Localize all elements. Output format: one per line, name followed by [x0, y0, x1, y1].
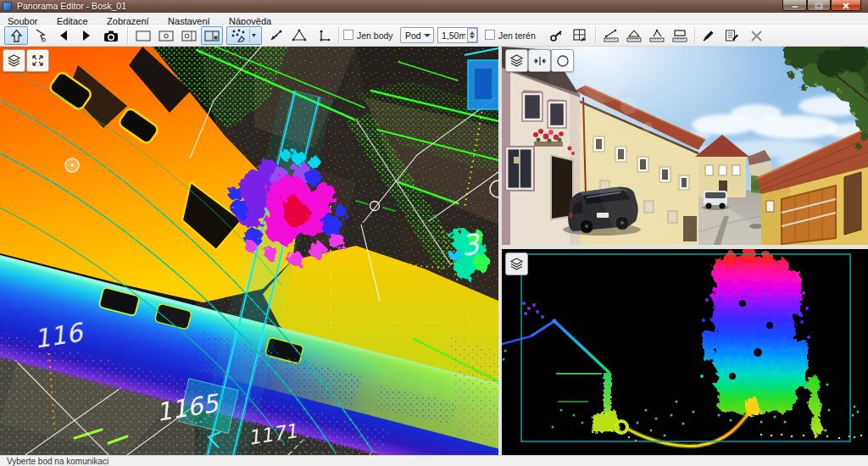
layout-pano-icon	[159, 31, 174, 42]
jen-body-label: Jen body	[357, 31, 393, 41]
layers-button[interactable]	[3, 49, 25, 72]
distance-spinner[interactable]	[467, 28, 477, 42]
snapshot-button[interactable]	[99, 26, 123, 45]
jen-teren-checkbox[interactable]	[485, 30, 495, 40]
measure-height-button[interactable]	[646, 26, 667, 45]
x-icon	[750, 30, 763, 42]
panorama-photo-view[interactable]	[502, 47, 868, 245]
delete-measure-button[interactable]	[746, 26, 766, 45]
application-window: Panorama Editor - Bosk_01 Soubor Editace…	[0, 0, 868, 466]
right-triangle-icon	[81, 30, 92, 42]
vector-tool-button[interactable]	[264, 26, 287, 45]
layout-single-button[interactable]	[132, 26, 153, 45]
layout-pano-side-button[interactable]	[178, 26, 199, 45]
window-title: Panorama Editor - Bosk_01	[17, 1, 126, 11]
pointcloud-top-view[interactable]: 116 1165 1171 3	[0, 47, 498, 455]
measure-area-button[interactable]	[669, 26, 690, 45]
vector-arrow-icon	[269, 29, 283, 42]
fit-view-button[interactable]	[26, 49, 49, 72]
left-triangle-icon	[58, 30, 70, 42]
elev-layers-button[interactable]	[505, 252, 528, 275]
toolbar: Jen body Pod Jen terén	[0, 25, 868, 47]
grid-select-tool-button[interactable]	[570, 26, 591, 45]
title-bar: Panorama Editor - Bosk_01	[0, 0, 868, 13]
layout-single-icon	[136, 31, 151, 42]
close-icon	[842, 3, 850, 9]
pod-dropdown-value: Pod	[405, 31, 421, 41]
spinner-up-icon	[470, 31, 475, 35]
toolbar-separator	[595, 27, 597, 44]
close-button[interactable]	[831, 0, 861, 11]
pod-dropdown[interactable]: Pod	[400, 27, 434, 43]
key-icon	[549, 29, 564, 42]
ruler-area-icon	[672, 29, 687, 42]
ruler-angle-icon	[626, 29, 642, 42]
toolbar-separator	[338, 27, 340, 44]
layers-icon	[509, 53, 524, 68]
menu-bar: Soubor Editace Zobrazení Nastavení Nápov…	[0, 13, 868, 25]
measure-distance-button[interactable]	[600, 26, 621, 45]
layout-pano-side-icon	[181, 31, 197, 42]
minimize-button[interactable]	[782, 0, 807, 11]
triangle-icon	[292, 29, 307, 42]
app-icon	[3, 2, 12, 11]
jen-teren-label: Jen terén	[498, 31, 536, 41]
toolbar-separator	[127, 27, 129, 44]
spinner-down-icon	[470, 36, 475, 39]
previous-panorama-button[interactable]	[53, 26, 74, 45]
status-message: Vyberte bod na komunikaci	[7, 457, 108, 466]
center-view-button[interactable]	[528, 49, 551, 72]
grid-hand-icon	[573, 29, 587, 42]
toolbar-separator	[694, 27, 696, 44]
minimize-icon	[791, 3, 799, 8]
center-arrows-icon	[533, 55, 547, 67]
circle-icon	[556, 54, 570, 68]
restore-icon	[815, 3, 823, 9]
status-bar: Vyberte bod na komunikaci	[0, 455, 868, 466]
select-point-tool-button[interactable]	[31, 26, 51, 45]
combo-arrow-icon	[424, 34, 431, 37]
layers-icon	[7, 53, 21, 68]
point-picker-tool-button[interactable]	[226, 26, 262, 45]
measure-angle-button[interactable]	[623, 26, 644, 45]
next-panorama-button[interactable]	[76, 26, 97, 45]
axis-icon	[316, 29, 331, 42]
ruler-height-icon	[649, 29, 665, 42]
move-up-tool-button[interactable]	[4, 26, 28, 45]
probe-tool-button[interactable]	[546, 26, 567, 45]
cursor-hand-icon	[34, 29, 47, 42]
camera-icon	[103, 30, 119, 42]
document-edit-icon	[725, 29, 739, 42]
pointcloud-render: 116 1165 1171 3	[0, 47, 498, 455]
elevation-render	[502, 249, 868, 455]
layout-split-button[interactable]	[201, 26, 223, 45]
draw-tool-button[interactable]	[698, 26, 719, 45]
maximize-button[interactable]	[807, 0, 831, 11]
pointcloud-elevation-view[interactable]	[502, 249, 868, 455]
points-hand-icon	[231, 29, 249, 42]
jen-body-checkbox[interactable]	[343, 30, 353, 40]
axis-tool-button[interactable]	[312, 26, 334, 45]
edit-notes-button[interactable]	[721, 26, 743, 45]
ruler-line-icon	[604, 29, 619, 42]
photo-layers-button[interactable]	[505, 49, 528, 72]
layers-icon	[509, 257, 524, 271]
expand-arrows-icon	[31, 54, 44, 67]
dropdown-arrow-icon	[249, 29, 258, 42]
up-arrow-icon	[9, 29, 24, 43]
pencil-icon	[702, 29, 715, 42]
circle-select-button[interactable]	[551, 49, 574, 72]
layout-split-icon	[204, 31, 220, 42]
panorama-render	[502, 47, 868, 245]
triangle-tool-button[interactable]	[288, 26, 310, 45]
white-van	[702, 191, 729, 210]
layout-pano-button[interactable]	[155, 26, 176, 45]
